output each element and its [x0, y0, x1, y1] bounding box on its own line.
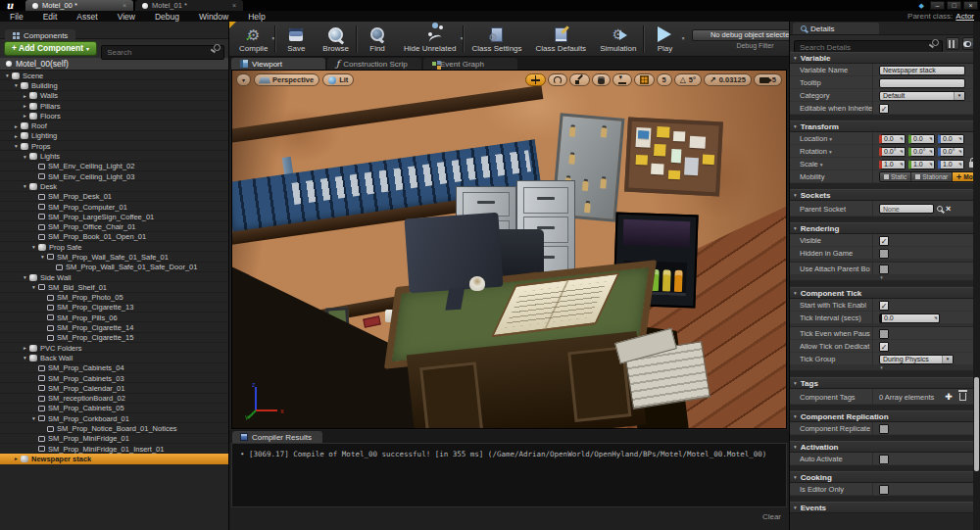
- rotation-snap-button[interactable]: △5°: [674, 73, 702, 86]
- tree-row[interactable]: SM_Bld_Shelf_01: [0, 282, 228, 292]
- mobility-option[interactable]: Static: [880, 172, 911, 181]
- tree-row[interactable]: SM_Prop_Office_Chair_01: [0, 221, 228, 231]
- toolbar-button[interactable]: Play: [645, 23, 684, 56]
- start-tick-checkbox[interactable]: [879, 301, 889, 311]
- tree-row[interactable]: SM_Prop_Cabinets_05: [0, 404, 228, 413]
- editable-checkbox[interactable]: [879, 104, 889, 114]
- details-tab[interactable]: Details: [793, 23, 879, 34]
- close-button[interactable]: ×: [963, 1, 978, 10]
- viewport-options-button[interactable]: ▾: [236, 73, 251, 86]
- menu-item[interactable]: Help: [238, 12, 274, 22]
- tree-row[interactable]: Newspaper stack: [0, 454, 228, 463]
- menu-item[interactable]: View: [108, 12, 145, 22]
- tree-row[interactable]: Props: [0, 141, 228, 151]
- toolbar-button[interactable]: Find: [358, 23, 397, 56]
- rotate-tool-button[interactable]: [548, 73, 567, 86]
- section-header[interactable]: ▾Cooking: [790, 471, 973, 483]
- auto-activate-checkbox[interactable]: [879, 455, 889, 464]
- mobility-option[interactable]: Stationar: [911, 172, 953, 181]
- tree-row[interactable]: SM_Prop_Desk_01: [0, 192, 228, 202]
- expander-arrow[interactable]: [21, 274, 29, 280]
- scrollbar-thumb[interactable]: [974, 377, 979, 471]
- tree-row[interactable]: SM_Prop_Cabinets_04: [0, 363, 228, 373]
- tree-row[interactable]: SM_Prop_Calendar_01: [0, 383, 228, 393]
- tree-row[interactable]: SM_receptionBoard_02: [0, 394, 228, 404]
- tick-interval-input[interactable]: 0.0◥: [879, 313, 940, 323]
- toolbar-button[interactable]: Save: [276, 23, 316, 56]
- tooltip-input[interactable]: [879, 78, 965, 88]
- expander-arrow[interactable]: [12, 123, 21, 129]
- rotation-x-input[interactable]: 0.0°◥: [879, 147, 906, 157]
- section-header[interactable]: ▾Events: [790, 502, 973, 513]
- location-z-input[interactable]: 0.0◥: [938, 134, 964, 144]
- tree-row[interactable]: Back Wall: [0, 353, 228, 362]
- section-header[interactable]: ▾Component Replication: [790, 410, 973, 422]
- editor-mode-tab[interactable]: Construction Scrip: [327, 58, 421, 70]
- visible-checkbox[interactable]: [879, 236, 889, 246]
- toolbar-button[interactable]: Browse: [316, 23, 356, 56]
- tick-group-dropdown[interactable]: During Physics▼: [879, 355, 954, 364]
- tree-row[interactable]: Building: [0, 80, 228, 90]
- parent-socket-input[interactable]: None: [879, 204, 934, 214]
- mobility-option[interactable]: Movab: [953, 172, 973, 181]
- tick-dedicated-checkbox[interactable]: [879, 342, 889, 352]
- tree-row[interactable]: SM_Prop_Pills_06: [0, 313, 228, 322]
- minimize-button[interactable]: –: [930, 1, 945, 10]
- tree-row[interactable]: SM_Env_Ceiling_Light_03: [0, 171, 228, 181]
- tick-paused-checkbox[interactable]: [879, 329, 889, 339]
- tree-row[interactable]: SM_Prop_Corkboard_01: [0, 413, 228, 423]
- tree-row[interactable]: SM_Prop_Cigarette_14: [0, 322, 228, 332]
- rotation-y-input[interactable]: 0.0°◥: [908, 147, 935, 157]
- clear-log-button[interactable]: Clear: [762, 512, 781, 521]
- expander-arrow[interactable]: [12, 82, 21, 88]
- toolbar-button[interactable]: Hide Unrelated: [397, 23, 463, 56]
- tree-row[interactable]: SM_Prop_Computer_01: [0, 202, 228, 212]
- rotation-z-input[interactable]: 0.0°◥: [938, 147, 964, 157]
- toolbar-button[interactable]: Compile: [232, 23, 274, 56]
- tree-row[interactable]: SM_Prop_Cigarette_15: [0, 333, 228, 343]
- tree-row[interactable]: Desk: [0, 181, 228, 191]
- expander-arrow[interactable]: [12, 133, 21, 139]
- tree-row[interactable]: Pillars: [0, 101, 228, 111]
- tree-row[interactable]: Lights: [0, 151, 228, 161]
- expander-arrow[interactable]: [21, 355, 29, 361]
- tree-row[interactable]: SM_Prop_Wall_Safe_01_Safe_Door_01: [0, 263, 228, 272]
- expander-arrow[interactable]: [38, 254, 47, 260]
- tree-row[interactable]: PVC Folders: [0, 343, 228, 353]
- tree-row[interactable]: Walls: [0, 91, 228, 101]
- tree-row[interactable]: SM_Prop_Book_01_Open_01: [0, 232, 228, 242]
- tree-row[interactable]: Prop Safe: [0, 242, 228, 252]
- tree-row[interactable]: Floors: [0, 111, 228, 120]
- add-element-icon[interactable]: ✚: [945, 393, 953, 402]
- expander-arrow[interactable]: [21, 183, 29, 189]
- expander-arrow[interactable]: [12, 456, 21, 461]
- is-editor-only-checkbox[interactable]: [879, 485, 889, 495]
- expander-arrow[interactable]: [29, 415, 38, 421]
- tree-row[interactable]: Side Wall: [0, 272, 228, 282]
- editor-mode-tab[interactable]: Event Graph: [423, 58, 517, 70]
- tree-row[interactable]: Scene: [0, 71, 228, 80]
- scale-x-input[interactable]: 1.0◥: [879, 160, 906, 169]
- viewport-3d[interactable]: ▾ Perspective Lit 5 △5° ↗0.03125 5: [231, 70, 787, 429]
- scale-z-input[interactable]: 1.0◥: [938, 160, 964, 169]
- menu-item[interactable]: Debug: [145, 12, 189, 22]
- section-header[interactable]: ▾Sockets: [790, 189, 973, 201]
- tree-row[interactable]: SM_Prop_Photo_05: [0, 293, 228, 303]
- location-x-input[interactable]: 0.0◥: [879, 134, 906, 144]
- surface-snap-button[interactable]: [612, 73, 632, 86]
- section-header[interactable]: ▾Rendering: [790, 222, 973, 234]
- expand-section-button[interactable]: ▾: [790, 275, 973, 281]
- scale-y-input[interactable]: 1.0◥: [908, 160, 935, 169]
- tree-row[interactable]: SM_Prop_Cigarette_13: [0, 303, 228, 313]
- document-tab[interactable]: Motel_01 * ×: [135, 0, 243, 11]
- expander-arrow[interactable]: [21, 113, 29, 119]
- expander-arrow[interactable]: [3, 72, 12, 78]
- details-scrollbar[interactable]: [973, 22, 980, 530]
- expander-arrow[interactable]: [21, 103, 29, 109]
- category-dropdown[interactable]: Default▼: [879, 91, 965, 101]
- expander-arrow[interactable]: [29, 284, 38, 290]
- expand-section-button[interactable]: ▾: [790, 365, 973, 371]
- maximize-button[interactable]: □: [947, 1, 961, 10]
- tree-row[interactable]: Roof: [0, 120, 228, 130]
- expander-arrow[interactable]: [12, 143, 21, 149]
